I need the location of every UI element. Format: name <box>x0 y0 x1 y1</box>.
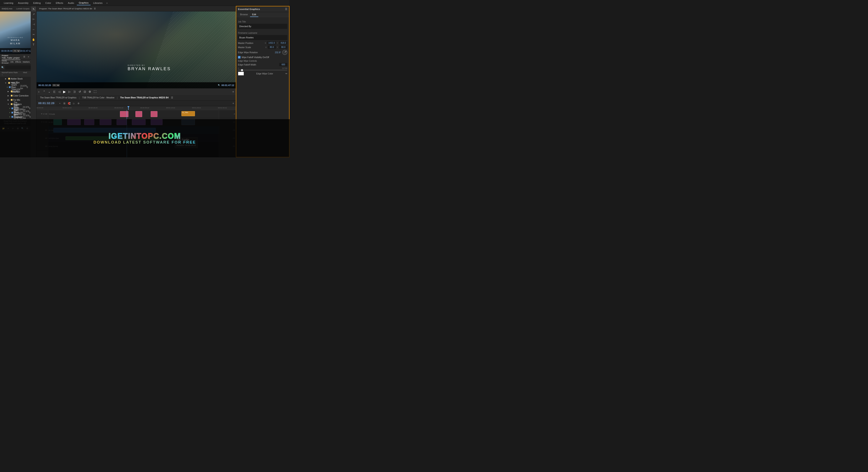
eg-tab-browse[interactable]: Browse <box>238 12 250 17</box>
tl-menu-icon[interactable]: ☰ <box>171 96 173 99</box>
play-button[interactable]: ▶ <box>62 89 67 94</box>
nav-color[interactable]: Color <box>43 1 53 5</box>
slip-tool[interactable]: ✋ <box>31 37 36 42</box>
step-back-button[interactable]: ◁ <box>57 89 62 94</box>
eg-job-title-input[interactable] <box>238 24 287 29</box>
eg-firstname-input[interactable] <box>238 35 287 40</box>
source-fit-selector[interactable]: Fit <box>12 50 20 52</box>
tl-tab-3[interactable]: The Seam Btwn TRAILER w/ Graphics WEDS B… <box>119 96 170 99</box>
col-med[interactable]: Med <box>23 71 29 76</box>
fullscreen-button[interactable]: ⛶ <box>93 89 97 94</box>
tl-clip-title3[interactable] <box>151 111 157 117</box>
project-menu-icon[interactable]: ☰ <box>23 56 25 58</box>
lumetri-tab[interactable]: Lumetri Scopes <box>16 7 30 10</box>
pf-icon-view[interactable]: ⊞ <box>16 126 20 130</box>
eg-pencil-icon[interactable]: ✏ <box>285 72 287 75</box>
mark-out-button[interactable]: ⌄ <box>47 89 52 94</box>
eg-wipe-falloff-checkbox[interactable]: ✓ <box>238 56 241 59</box>
step-forward-button[interactable]: ▷ <box>67 89 72 94</box>
tl-clip-audio2[interactable] <box>65 136 159 140</box>
nav-audio[interactable]: Audio <box>66 1 76 5</box>
program-fit-selector[interactable]: Fit Full <box>52 84 60 87</box>
project-tab-effects[interactable]: Effects <box>15 60 21 64</box>
ripple-edit-tool[interactable]: ⊢ <box>31 17 36 22</box>
tl-add-track-btn[interactable]: + <box>232 101 234 105</box>
tl-clip-broll6[interactable] <box>132 119 145 125</box>
project-tab-media[interactable]: Media Browser <box>2 59 9 65</box>
nav-effects[interactable]: Effects <box>54 1 65 5</box>
tl-clip-broll2[interactable] <box>67 119 81 125</box>
list-item[interactable]: ≡ aaa_The Seam Btwn TRAILER MASTER 23.97… <box>0 85 31 89</box>
tl-settings-btn[interactable]: ⚙ <box>76 101 80 105</box>
track-select-tool[interactable]: ↗ <box>31 12 36 17</box>
settings-button[interactable]: ⚙ <box>88 89 92 94</box>
eg-edge-falloff-val[interactable]: 600 <box>279 63 287 66</box>
program-menu-icon[interactable]: ☰ <box>93 7 97 10</box>
tl-clip-broll7[interactable] <box>151 119 162 125</box>
pf-settings[interactable]: ⚙ <box>26 126 29 130</box>
pf-new-bin[interactable]: 📁 <box>2 126 5 130</box>
project-tab-info[interactable]: Info <box>10 60 13 64</box>
tl-markers-btn[interactable]: ◇ <box>72 101 76 105</box>
add-icon[interactable]: + <box>232 90 236 94</box>
eg-pos-x-val[interactable]: 1432.0 <box>267 41 276 45</box>
eg-pos-y-val[interactable]: 818.0 <box>279 41 287 45</box>
tl-add-edit-btn[interactable]: + <box>58 101 62 105</box>
eg-master-scale-label: Master Scale <box>238 46 251 49</box>
prev-marker-button[interactable]: ⟨⟨ <box>52 89 57 94</box>
v1-mute-icon[interactable]: M <box>43 121 45 123</box>
tl-snap-btn[interactable]: 🧲 <box>67 101 71 105</box>
nav-more[interactable]: » <box>105 1 109 5</box>
eg-rotation-val[interactable]: 232.8° <box>275 51 281 54</box>
mark-in-button[interactable]: ⌃ <box>42 89 46 94</box>
eg-scale-y-val[interactable]: 80.0 <box>279 46 287 49</box>
eg-scale-x-val[interactable]: 80.0 <box>268 46 276 49</box>
next-marker-button[interactable]: ⟩⟩ <box>72 89 77 94</box>
tl-clip-broll5[interactable] <box>117 119 127 125</box>
nav-assembly[interactable]: Assembly <box>16 1 31 5</box>
nav-learning[interactable]: Learning <box>2 1 16 5</box>
nav-editing[interactable]: Editing <box>31 1 43 5</box>
eg-rotation-dial[interactable] <box>282 50 287 55</box>
eg-tab-edit[interactable]: Edit <box>250 12 258 17</box>
safe-margins-button[interactable]: ⊡ <box>83 89 87 94</box>
eg-menu-icon[interactable]: ☰ <box>285 8 287 10</box>
list-item[interactable]: ≡ The Seam Btwn TRAILER w/ Graphics REVI… <box>0 115 31 119</box>
pf-new-item[interactable]: + <box>6 126 10 130</box>
col-fps[interactable]: Frame Rate <box>7 71 23 76</box>
list-item[interactable]: ▶ Adobe Stock <box>0 77 31 81</box>
tl-link-btn[interactable]: ⛓ <box>63 101 66 105</box>
tl-clip-broll-end[interactable] <box>181 119 195 125</box>
project-search-input[interactable] <box>5 65 31 69</box>
rolling-edit-tool[interactable]: ⊣ <box>31 22 36 27</box>
select-tool[interactable]: ↖ <box>31 7 36 11</box>
v2-mute-icon[interactable]: M <box>43 113 45 115</box>
eg-falloff-slider[interactable] <box>238 70 287 70</box>
v2-eye-icon[interactable]: 👁 <box>41 113 42 115</box>
type-tool[interactable]: T <box>31 42 36 47</box>
nav-graphics[interactable]: Graphics <box>77 1 91 5</box>
tl-clip-audio1[interactable] <box>53 128 156 132</box>
pf-list-view[interactable]: ≡ <box>11 126 15 130</box>
nav-libraries[interactable]: Libraries <box>91 1 105 5</box>
razor-tool[interactable]: ✂ <box>31 32 36 37</box>
rate-stretch-tool[interactable]: ↔ <box>31 27 36 32</box>
add-to-sequence-icon[interactable]: + <box>37 90 41 93</box>
tl-clip-broll4[interactable] <box>100 119 112 125</box>
eg-color-swatch[interactable] <box>238 72 244 76</box>
col-name[interactable]: Name ↑ <box>2 71 7 76</box>
pf-search[interactable]: 🔍 <box>21 126 24 130</box>
tl-clip-title4[interactable]: 01_Titles <box>181 111 195 116</box>
tl-clip-broll1[interactable] <box>53 119 62 125</box>
tl-clip-broll3[interactable] <box>84 119 94 125</box>
v1-eye-icon[interactable]: 👁 <box>41 121 42 123</box>
tl-tab-1[interactable]: The Seam Btwn TRAILER w/ Graphics <box>38 96 78 99</box>
eg-slider-thumb[interactable] <box>241 69 243 71</box>
tl-clip-title1[interactable] <box>120 111 128 117</box>
project-tab-markers[interactable]: Markers <box>23 60 30 64</box>
tl-clip-title2[interactable] <box>135 111 142 117</box>
loop-button[interactable]: ↺ <box>78 89 82 94</box>
tl-tab-2[interactable]: TSB TRAILER for Color - Meadow <box>81 96 116 99</box>
list-item[interactable]: ▶ Color Correction <box>0 93 31 98</box>
project-more-icon[interactable]: » <box>28 56 29 58</box>
